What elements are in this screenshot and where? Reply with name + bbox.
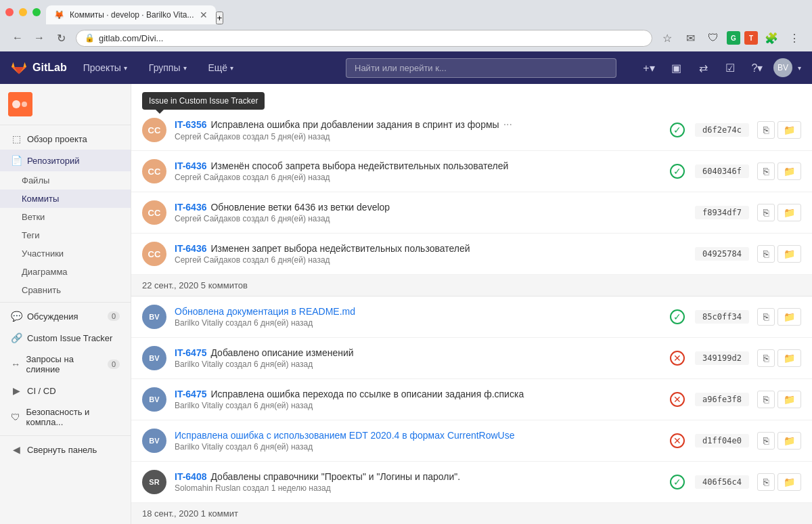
status-ok-icon: ✓ [670,475,685,489]
shield-icon[interactable]: 🛡 [704,28,723,47]
copy-hash-button[interactable]: ⎘ [757,432,775,450]
sidebar-item-discussions[interactable]: 💬 Обсуждения 0 [0,305,131,327]
copy-hash-button[interactable]: ⎘ [757,245,775,263]
sidebar-item-contributors[interactable]: Участники [0,244,131,263]
sidebar-item-branches[interactable]: Ветки [0,208,131,226]
browse-files-button[interactable]: 📁 [777,391,801,408]
close-window-button[interactable] [5,8,14,16]
commit-id-link[interactable]: IT-6356 [175,119,206,130]
browse-files-button[interactable]: 📁 [777,162,801,180]
active-tab[interactable]: 🦊 Коммиты · develop · Barilko Vita... ✕ [46,5,216,24]
tooltip-container: Issue in Custom Issue Tracker [131,84,812,110]
commit-info: IT-6475 Добавлено описание изменений Bar… [175,347,660,369]
commit-id-link[interactable]: IT-6475 [175,347,206,358]
browse-files-button[interactable]: 📁 [777,473,801,491]
sidebar-item-tags[interactable]: Теги [0,226,131,244]
maximize-window-button[interactable] [32,8,41,16]
commit-meta: Barilko Vitaliy создал 6 дня(ей) назад [175,442,660,452]
commit-title: IT-6436 Изменён способ запрета выбора не… [175,160,660,171]
sidebar-item-security[interactable]: 🛡 Безопасность и компла... [0,401,131,433]
browse-files-button[interactable]: 📁 [777,121,801,139]
commit-info: IT-6356 Исправлена ошибка при добавлении… [175,118,660,141]
gitlab-logo-icon [11,60,27,76]
commit-id-link[interactable]: IT-6408 [175,471,206,482]
copy-hash-button[interactable]: ⎘ [757,391,775,408]
sidebar-collapse-button[interactable]: ◀ Свернуть панель [0,439,131,460]
reload-button[interactable]: ↻ [51,28,70,47]
user-avatar-button[interactable]: BV [773,58,792,77]
commit-status: ✓ [668,123,687,137]
commit-title: IT-6475 Исправлена ошибка перехода по сс… [175,389,660,399]
more-options-button[interactable]: ··· [503,118,512,131]
terminal-button[interactable]: ▣ [665,57,687,79]
todo-button[interactable]: ☑ [719,57,741,79]
browse-files-button[interactable]: 📁 [777,308,801,326]
extensions-button[interactable]: 🧩 [762,28,781,47]
bookmark-button[interactable]: ☆ [658,28,677,47]
browser-window: 🦊 Коммиты · develop · Barilko Vita... ✕ … [0,0,812,51]
sidebar-item-custom-tracker[interactable]: 🔗 Custom Issue Tracker [0,327,131,349]
status-err-icon: ✕ [670,433,685,448]
sidebar: ⬚ Обзор проекта 📄 Репозиторий Файлы Комм… [0,84,131,524]
commit-hash: d6f2e74c [695,123,749,137]
forward-button[interactable]: → [30,28,49,47]
sidebar-item-repository[interactable]: 📄 Репозиторий [0,150,131,171]
new-tab-button[interactable]: + [216,12,224,24]
tab-close-button[interactable]: ✕ [200,9,208,20]
search-input[interactable] [346,58,616,78]
sidebar-header [0,84,131,125]
extension-btn-orange[interactable]: T [744,31,758,45]
avatar: BV [142,346,166,370]
commit-id-link[interactable]: IT-6436 [175,202,206,213]
tab-bar: 🦊 Коммиты · develop · Barilko Vita... ✕ … [46,0,223,24]
lock-icon: 🔒 [85,33,95,43]
sidebar-item-cicd[interactable]: ▶ CI / CD [0,380,131,401]
nav-projects[interactable]: Проекты ▾ [78,60,133,76]
sidebar-item-graph[interactable]: Диаграмма [0,263,131,281]
commit-id-link[interactable]: IT-6436 [175,160,206,171]
menu-button[interactable]: ⋮ [785,28,804,47]
copy-hash-button[interactable]: ⎘ [757,204,775,221]
commit-id-link[interactable]: IT-6475 [175,389,206,399]
minimize-window-button[interactable] [19,8,27,16]
mail-icon[interactable]: ✉ [681,28,700,47]
sidebar-item-overview[interactable]: ⬚ Обзор проекта [0,128,131,150]
commit-title: IT-6436 Обновление ветки 6436 из ветки d… [175,202,660,213]
merge-request-icon[interactable]: ⇄ [692,57,714,79]
commit-id-link[interactable]: IT-6436 [175,243,206,254]
commit-title: Обновлена документация в README.md [175,306,660,317]
sidebar-item-merge-requests[interactable]: ↔ Запросы на слияние 0 [0,349,131,380]
gitlab-logo[interactable]: GitLab [11,60,67,76]
sidebar-item-files[interactable]: Файлы [0,171,131,190]
copy-hash-button[interactable]: ⎘ [757,121,775,139]
table-row: BV IT-6475 Добавлено описание изменений … [131,338,812,379]
help-button[interactable]: ?▾ [746,57,768,79]
create-button[interactable]: +▾ [638,57,660,79]
extension-btn-green[interactable]: G [727,31,740,45]
browse-files-button[interactable]: 📁 [777,204,801,221]
commit-hash: 85c0ff34 [695,310,749,324]
browse-files-button[interactable]: 📁 [777,432,801,450]
table-row: SR IT-6408 Добавлены справочники "Проект… [131,462,812,503]
browse-files-button[interactable]: 📁 [777,349,801,367]
copy-hash-button[interactable]: ⎘ [757,349,775,367]
nav-groups[interactable]: Группы ▾ [143,60,192,76]
copy-hash-button[interactable]: ⎘ [757,308,775,326]
address-bar[interactable]: 🔒 gitlab.com/Divi... [76,30,652,47]
sidebar-item-commits[interactable]: Коммиты [0,190,131,208]
project-logo [8,92,32,116]
copy-hash-button[interactable]: ⎘ [757,162,775,180]
global-search[interactable] [346,58,616,78]
avatar: BV [142,387,166,412]
external-link-icon: 🔗 [11,332,22,343]
top-navbar: GitLab Проекты ▾ Группы ▾ Ещё ▾ +▾ ▣ ⇄ ☑… [0,51,812,84]
browse-files-button[interactable]: 📁 [777,245,801,263]
nav-more[interactable]: Ещё ▾ [203,60,240,76]
sidebar-item-compare[interactable]: Сравнить [0,281,131,299]
commit-meta: Barilko Vitaliy создал 6 дня(ей) назад [175,359,660,369]
copy-hash-button[interactable]: ⎘ [757,473,775,491]
svg-point-1 [12,100,20,108]
back-button[interactable]: ← [8,28,27,47]
status-ok-icon: ✓ [670,123,685,137]
table-row: BV Исправлена ошибка с использованием ED… [131,420,812,462]
